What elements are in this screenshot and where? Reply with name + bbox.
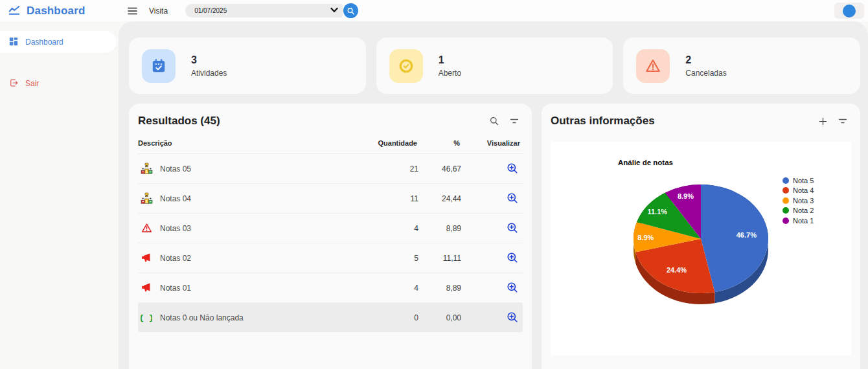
- sidebar-item-label: Dashboard: [25, 38, 63, 47]
- badge-check-icon: [389, 49, 423, 83]
- results-panel: Resultados (45): [129, 104, 532, 369]
- stat-value: 2: [685, 54, 726, 66]
- row-percent: 8,89: [418, 224, 461, 233]
- sidebar: Dashboard Sair: [0, 21, 119, 369]
- logout-icon: [9, 78, 18, 89]
- stat-label: Aberto: [439, 69, 461, 78]
- sidebar-item-label: Sair: [25, 79, 39, 88]
- pie-legend: Nota 5Nota 4Nota 3Nota 2Nota 1: [782, 175, 814, 226]
- other-info-title: Outras informações: [551, 115, 655, 128]
- pie-slice-label: 46.7%: [737, 231, 757, 239]
- row-percent: 0,00: [418, 313, 461, 322]
- sidebar-item-dashboard[interactable]: Dashboard: [0, 31, 117, 53]
- row-label: Notas 03: [160, 224, 191, 233]
- hamburger-menu-icon[interactable]: [128, 7, 137, 15]
- pie-chart-area: Análie de notas 46.7%24.4%8.9%11.1%8.9% …: [551, 142, 851, 355]
- sidebar-item-sair[interactable]: Sair: [0, 73, 119, 95]
- legend-label: Nota 3: [793, 197, 814, 205]
- stat-card-canceladas: 2 Canceladas: [623, 38, 860, 94]
- zoom-in-icon[interactable]: [507, 311, 519, 324]
- row-quantity: 11: [373, 194, 418, 203]
- chevron-down-icon: [330, 7, 338, 14]
- legend-swatch: [782, 177, 789, 184]
- row-percent: 8,89: [418, 284, 461, 293]
- row-quantity: 21: [373, 164, 418, 173]
- row-label: Notas 0 ou Não lançada: [160, 313, 244, 322]
- row-quantity: 0: [373, 313, 418, 322]
- legend-swatch: [782, 207, 789, 214]
- pie-slice-label: 24.4%: [667, 266, 687, 274]
- zoom-in-icon[interactable]: [507, 252, 519, 264]
- row-label: Notas 04: [160, 194, 191, 203]
- table-row: Notas 01 4 8,89: [138, 273, 523, 303]
- user-menu[interactable]: [834, 3, 864, 19]
- legend-item: Nota 3: [782, 196, 814, 206]
- date-select[interactable]: 01/07/2025: [185, 4, 343, 17]
- date-select-value: 01/07/2025: [194, 7, 330, 14]
- legend-item: Nota 4: [782, 186, 814, 196]
- podium-icon: 1★★: [140, 192, 153, 205]
- dashboard-page: Dashboard Visita 01/07/2025: [0, 0, 868, 369]
- line-chart-logo-icon: [8, 3, 21, 19]
- stat-card-aberto: 1 Aberto: [376, 38, 613, 94]
- stat-value: 1: [439, 54, 461, 66]
- main-content: 3 Atividades 1 Aberto: [119, 21, 868, 369]
- megaphone-icon: [140, 282, 153, 293]
- pie-chart: 46.7%24.4%8.9%11.1%8.9%: [551, 142, 852, 355]
- row-percent: 46,67: [418, 164, 461, 173]
- braces-icon: { }: [140, 312, 153, 324]
- calendar-check-icon: [142, 49, 176, 83]
- zoom-in-icon[interactable]: [507, 162, 519, 175]
- zoom-in-icon[interactable]: [507, 222, 519, 234]
- legend-label: Nota 4: [793, 186, 814, 194]
- megaphone-icon: [140, 252, 153, 263]
- stat-label: Atividades: [191, 69, 227, 78]
- row-label: Notas 05: [160, 164, 191, 173]
- column-percent: %: [417, 139, 460, 147]
- pie-slice-label: 11.1%: [647, 208, 667, 216]
- legend-label: Nota 1: [793, 217, 814, 225]
- warning-triangle-icon: [636, 49, 670, 83]
- table-row: 1★★ Notas 05 21 46,67: [138, 154, 523, 184]
- svg-text:★: ★: [141, 167, 144, 170]
- row-percent: 24,44: [418, 194, 461, 203]
- legend-swatch: [782, 197, 789, 204]
- table-header: Descrição Quantidade % Visualizar: [138, 139, 523, 154]
- legend-item: Nota 5: [782, 175, 814, 186]
- avatar: [843, 5, 856, 17]
- stat-value: 3: [191, 54, 227, 66]
- table-row: Notas 03 4 8,89: [138, 214, 523, 243]
- podium-icon: 1★★: [140, 162, 153, 175]
- zoom-in-icon[interactable]: [507, 192, 519, 205]
- row-label: Notas 01: [160, 284, 191, 293]
- other-info-panel: Outras informações: [542, 104, 860, 369]
- stat-cards: 3 Atividades 1 Aberto: [129, 38, 860, 94]
- stat-label: Canceladas: [685, 69, 726, 78]
- table-filter-icon[interactable]: [510, 117, 519, 126]
- chart-filter-icon[interactable]: [838, 117, 847, 126]
- pie-slice-label: 8.9%: [637, 234, 654, 241]
- table-row: 1★★ Notas 04 11 24,44: [138, 184, 523, 214]
- table-row: { } Notas 0 ou Não lançada 0 0,00: [138, 303, 523, 332]
- row-quantity: 4: [373, 224, 418, 233]
- column-quantidade: Quantidade: [372, 139, 417, 147]
- add-icon[interactable]: [819, 117, 827, 126]
- legend-label: Nota 5: [793, 177, 814, 184]
- row-percent: 11,11: [418, 254, 461, 263]
- svg-text:★: ★: [149, 167, 152, 170]
- table-row: Notas 02 5 11,11: [138, 243, 523, 273]
- results-table-body: 1★★ Notas 05 21 46,67 1★★ Notas 04 11 24…: [138, 154, 523, 332]
- legend-item: Nota 1: [782, 216, 814, 226]
- zoom-in-icon[interactable]: [507, 282, 519, 294]
- svg-text:★: ★: [141, 197, 144, 200]
- pie-slice-label: 8.9%: [678, 192, 694, 200]
- topbar: Dashboard Visita 01/07/2025: [0, 0, 868, 21]
- table-search-icon[interactable]: [490, 117, 499, 126]
- search-button[interactable]: [343, 3, 358, 18]
- row-label: Notas 02: [160, 254, 191, 263]
- legend-swatch: [782, 187, 789, 194]
- row-quantity: 5: [373, 254, 418, 263]
- legend-label: Nota 2: [793, 207, 814, 214]
- svg-text:★: ★: [149, 197, 152, 200]
- visita-label: Visita: [149, 6, 168, 16]
